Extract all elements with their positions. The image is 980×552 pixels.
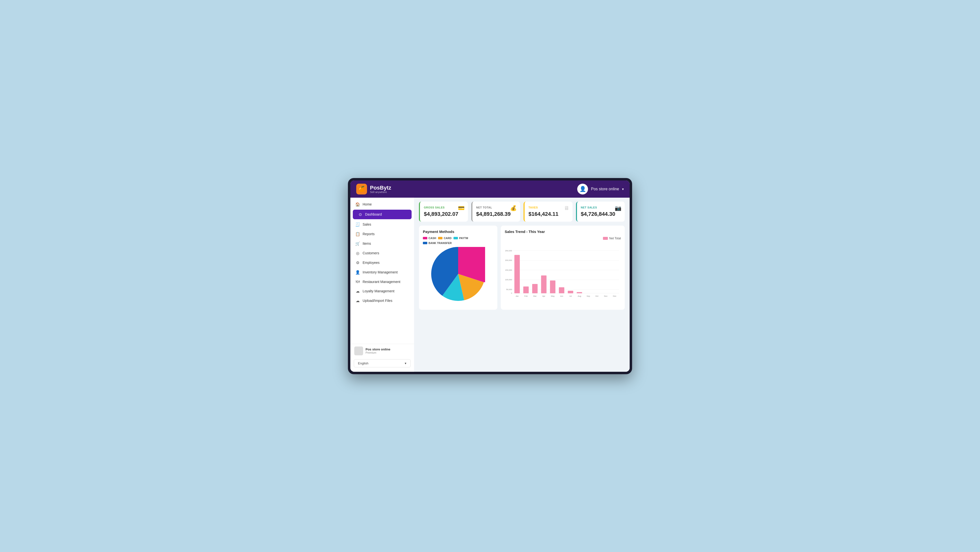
stat-card-gross-sales: 💳 GROSS SALES $4,893,202.07 — [419, 201, 468, 222]
svg-text:Mar: Mar — [533, 295, 536, 297]
taxes-value: $164,424.11 — [528, 211, 569, 217]
loyalty-icon: ☁ — [355, 289, 360, 294]
legend-cash: CASH — [423, 237, 436, 239]
stats-row: 💳 GROSS SALES $4,893,202.07 💰 NET TOTAL … — [419, 201, 625, 222]
sales-icon: 🧾 — [355, 222, 360, 227]
reports-icon: 📋 — [355, 232, 360, 236]
sidebar-item-home[interactable]: 🏠 Home — [350, 199, 414, 209]
net-total-icon: 💰 — [510, 205, 517, 211]
svg-text:Dec: Dec — [613, 295, 616, 297]
legend-paytm: PAYTM — [453, 237, 468, 239]
sidebar-label-employees: Employees — [363, 261, 380, 265]
device-frame: 🍊 PosBytz Sell anywhere 👤 Pos store onli… — [348, 178, 632, 374]
net-sales-icon: 📷 — [615, 205, 621, 211]
language-label: English — [358, 361, 369, 365]
svg-rect-16 — [550, 280, 555, 293]
svg-text:100,000: 100,000 — [505, 279, 512, 281]
chevron-down-icon: ▾ — [622, 187, 624, 191]
customers-icon: ◎ — [355, 251, 360, 255]
sidebar-item-inventory[interactable]: 👤 Inventory Management — [350, 268, 414, 277]
sidebar-label-upload: Upload/Import Files — [363, 299, 392, 303]
language-chevron-icon: ▾ — [405, 361, 406, 365]
sidebar-item-reports[interactable]: 📋 Reports — [350, 229, 414, 239]
svg-text:Feb: Feb — [524, 295, 528, 297]
logo-text-block: PosBytz Sell anywhere — [370, 185, 391, 193]
sidebar-item-restaurant[interactable]: 🍽 Restaurant Management — [350, 277, 414, 286]
svg-text:Nov: Nov — [604, 295, 607, 297]
upload-icon: ☁ — [355, 298, 360, 303]
store-plan: Premium — [366, 351, 390, 354]
logo-area: 🍊 PosBytz Sell anywhere — [356, 183, 391, 195]
svg-rect-12 — [514, 255, 520, 293]
legend-paytm-dot — [453, 237, 458, 239]
stat-card-net-sales: 📷 NET SALES $4,726,844.30 — [576, 201, 625, 222]
sidebar-label-restaurant: Restaurant Management — [363, 280, 400, 284]
stat-card-taxes: 🖥 TAXES $164,424.11 — [523, 201, 573, 222]
gross-sales-value: $4,893,202.07 — [424, 211, 464, 217]
sidebar-label-inventory: Inventory Management — [363, 270, 398, 274]
store-avatar — [354, 346, 363, 355]
sidebar-item-employees[interactable]: ⚙ Employees — [350, 258, 414, 268]
bar-legend-net-total: Net Total — [603, 237, 621, 240]
sidebar-label-customers: Customers — [363, 251, 379, 255]
legend-bank-transfer: BANK TRANSFER — [423, 241, 452, 244]
legend-cash-label: CASH — [428, 237, 436, 239]
svg-rect-18 — [568, 290, 573, 293]
svg-rect-19 — [577, 292, 582, 293]
bar-legend-dot — [603, 237, 608, 240]
net-sales-value: $4,726,844.30 — [581, 211, 621, 217]
svg-text:Sep: Sep — [587, 295, 590, 297]
app-container: 🍊 PosBytz Sell anywhere 👤 Pos store onli… — [350, 180, 630, 372]
payment-methods-card: Payment Methods CASH CARD — [419, 226, 497, 310]
employees-icon: ⚙ — [355, 260, 360, 265]
sidebar-item-sales[interactable]: 🧾 Sales — [350, 220, 414, 229]
svg-text:Oct: Oct — [595, 295, 598, 297]
svg-rect-14 — [532, 284, 538, 293]
pie-legend: CASH CARD PAYTM — [423, 237, 493, 244]
home-icon: 🏠 — [355, 202, 360, 207]
svg-text:250,000: 250,000 — [505, 249, 512, 252]
bar-chart-legend: Net Total — [505, 237, 621, 240]
items-icon: 🛒 — [355, 241, 360, 246]
store-name: Pos store online — [366, 348, 390, 351]
sidebar-label-dashboard: Dashboard — [365, 212, 382, 216]
user-avatar: 👤 — [577, 183, 588, 195]
logo-icon: 🍊 — [356, 183, 367, 195]
store-info: Pos store online Premium — [366, 348, 390, 354]
body-area: 🏠 Home ⊙ Dashboard 🧾 Sales 📋 Reports 🛒 — [350, 198, 630, 372]
svg-text:150,000: 150,000 — [505, 269, 512, 271]
taxes-icon: 🖥 — [564, 205, 569, 211]
svg-text:0: 0 — [511, 292, 512, 294]
sidebar-item-items[interactable]: 🛒 Items — [350, 239, 414, 249]
sales-trend-title: Sales Trend - This Year — [505, 230, 621, 234]
bar-chart-area: 250,000 200,000 150,000 100,000 50,000 0 — [505, 242, 621, 306]
svg-text:Apr: Apr — [542, 295, 546, 297]
user-menu[interactable]: 👤 Pos store online ▾ — [577, 183, 624, 195]
sidebar-item-customers[interactable]: ◎ Customers — [350, 249, 414, 258]
legend-card: CARD — [438, 237, 452, 239]
inventory-icon: 👤 — [355, 270, 360, 274]
bar-chart-svg: 250,000 200,000 150,000 100,000 50,000 0 — [505, 242, 621, 306]
payment-methods-title: Payment Methods — [423, 230, 493, 234]
legend-bank-transfer-dot — [423, 242, 427, 244]
sidebar-item-loyalty[interactable]: ☁ Loyalty Management — [350, 286, 414, 296]
sidebar-label-loyalty: Loyalty Management — [363, 289, 395, 293]
header: 🍊 PosBytz Sell anywhere 👤 Pos store onli… — [350, 180, 630, 198]
pie-chart-svg — [431, 247, 485, 301]
user-name: Pos store online — [591, 187, 619, 191]
dashboard-icon: ⊙ — [358, 212, 363, 217]
store-section: Pos store online Premium — [350, 344, 414, 358]
svg-text:Jul: Jul — [570, 295, 572, 297]
sidebar-label-reports: Reports — [363, 232, 375, 236]
taxes-label: TAXES — [528, 206, 569, 209]
svg-rect-13 — [523, 286, 529, 293]
sidebar-label-sales: Sales — [363, 222, 371, 227]
sidebar-item-upload[interactable]: ☁ Upload/Import Files — [350, 296, 414, 306]
gross-sales-icon: 💳 — [458, 205, 465, 211]
svg-rect-15 — [541, 275, 547, 293]
legend-paytm-label: PAYTM — [459, 237, 468, 239]
charts-row: Payment Methods CASH CARD — [419, 226, 625, 310]
svg-text:200,000: 200,000 — [505, 259, 512, 262]
language-selector[interactable]: English ▾ — [354, 359, 410, 367]
sidebar-item-dashboard[interactable]: ⊙ Dashboard — [353, 210, 412, 219]
